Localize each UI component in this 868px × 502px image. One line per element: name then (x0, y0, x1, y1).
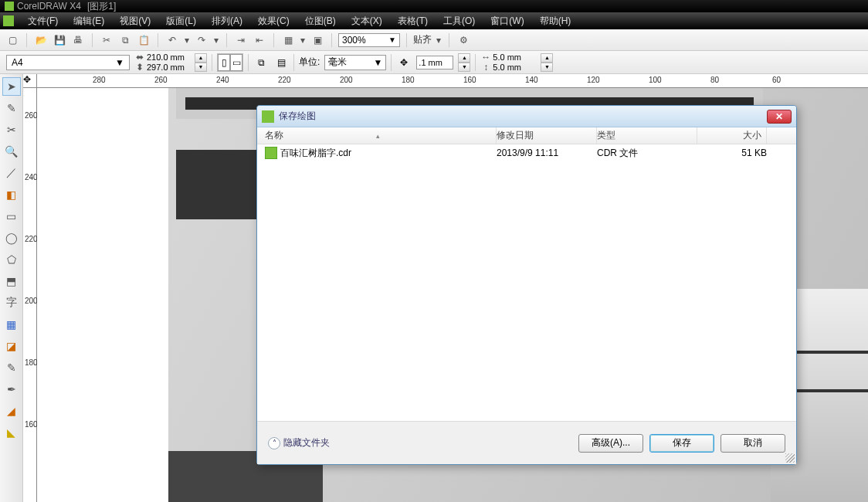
chevron-down-icon: ▼ (373, 57, 382, 68)
column-date[interactable]: 修改日期 (497, 127, 597, 144)
page-width-input[interactable]: 210.0 mm (147, 53, 190, 62)
crop-tool[interactable]: ✂ (2, 120, 21, 139)
copy-button[interactable]: ⧉ (117, 32, 133, 48)
open-button[interactable]: 📂 (33, 32, 49, 48)
zoom-value: 300% (342, 35, 366, 46)
column-type[interactable]: 类型 (597, 127, 697, 144)
save-button[interactable]: 保存 (649, 434, 714, 453)
nudge-icon: ✥ (396, 55, 412, 70)
snap-dropdown[interactable]: ▾ (435, 32, 442, 48)
interactive-fill-tool[interactable]: ◣ (2, 423, 21, 442)
column-size[interactable]: 大小 (697, 127, 767, 144)
redo-button[interactable]: ↷ (194, 32, 209, 48)
page-apply-current-button[interactable]: ▤ (273, 55, 289, 70)
toolbox: ➤ ✎ ✂ 🔍 ／ ◧ ▭ ◯ ⬠ ⬒ 字 ▦ ◪ ✎ ✒ ◢ ◣ (0, 74, 23, 502)
basic-shapes-tool[interactable]: ⬒ (2, 272, 21, 290)
menu-file[interactable]: 文件(F) (20, 13, 66, 29)
menu-window[interactable]: 窗口(W) (483, 13, 531, 29)
advanced-button[interactable]: 高级(A)... (578, 434, 643, 453)
freehand-tool[interactable]: ／ (2, 164, 21, 182)
menu-table[interactable]: 表格(T) (390, 13, 436, 29)
landscape-button[interactable]: ▭ (230, 54, 242, 71)
horizontal-ruler[interactable]: 280 260 240 220 200 180 160 140 120 100 … (23, 74, 868, 88)
outline-tool[interactable]: ✒ (2, 380, 21, 399)
menu-bitmaps[interactable]: 位图(B) (297, 13, 344, 29)
pick-tool[interactable]: ➤ (2, 77, 21, 96)
app-launcher-button[interactable]: ▦ (280, 32, 296, 48)
redo-dropdown[interactable]: ▾ (212, 32, 220, 48)
file-list[interactable]: 百味汇树脂字.cdr 2013/9/9 11:11 CDR 文件 51 KB (257, 144, 796, 419)
cut-button[interactable]: ✂ (99, 32, 114, 48)
export-button[interactable]: ⇤ (252, 32, 267, 48)
file-type: CDR 文件 (597, 147, 697, 160)
rectangle-tool[interactable]: ▭ (2, 207, 21, 226)
print-button[interactable]: 🖶 (70, 32, 86, 48)
menu-text[interactable]: 文本(X) (344, 13, 390, 29)
height-icon: ⬍ (134, 63, 145, 72)
standard-toolbar: ▢ 📂 💾 🖶 ✂ ⧉ 📋 ↶ ▾ ↷ ▾ ⇥ ⇤ ▦ ▾ ▣ 300% ▼ 贴… (0, 29, 868, 51)
property-bar: A4 ▼ ⬌ 210.0 mm ⬍ 297.0 mm ▲▼ ▯ ▭ ⧉ ▤ 单位… (0, 51, 868, 74)
undo-dropdown[interactable]: ▾ (183, 32, 191, 48)
menu-effects[interactable]: 效果(C) (250, 13, 297, 29)
units-value: 毫米 (328, 56, 347, 69)
smart-fill-tool[interactable]: ◧ (2, 185, 21, 204)
menu-layout[interactable]: 版面(L) (158, 13, 204, 29)
new-button[interactable]: ▢ (5, 32, 20, 48)
undo-button[interactable]: ↶ (164, 32, 180, 48)
dialog-title: 保存绘图 (279, 110, 767, 123)
app-launcher-dropdown[interactable]: ▾ (299, 32, 307, 48)
units-combo[interactable]: 毫米 ▼ (324, 55, 386, 70)
dup-y-input[interactable]: 5.0 mm (493, 63, 536, 72)
menu-arrange[interactable]: 排列(A) (204, 13, 250, 29)
save-button[interactable]: 💾 (52, 32, 67, 48)
file-date: 2013/9/9 11:11 (497, 148, 597, 158)
zoom-level-combo[interactable]: 300% ▼ (338, 33, 400, 47)
column-name[interactable]: 名称▴ (265, 127, 497, 144)
menu-edit[interactable]: 编辑(E) (66, 13, 112, 29)
dup-spinner[interactable]: ▲▼ (541, 53, 553, 72)
options-button[interactable]: ⚙ (456, 32, 471, 48)
close-button[interactable]: ✕ (767, 110, 792, 124)
text-tool[interactable]: 字 (2, 293, 21, 312)
menu-help[interactable]: 帮助(H) (532, 13, 579, 29)
app-icon (5, 2, 14, 11)
app-title-bar: CorelDRAW X4 [图形1] (0, 0, 868, 12)
dialog-title-bar[interactable]: 保存绘图 ✕ (257, 106, 796, 127)
page-height-input[interactable]: 297.0 mm (147, 63, 190, 72)
welcome-screen-button[interactable]: ▣ (310, 32, 325, 48)
interactive-blend-tool[interactable]: ◪ (2, 337, 21, 355)
zoom-tool[interactable]: 🔍 (2, 142, 21, 161)
file-row[interactable]: 百味汇树脂字.cdr 2013/9/9 11:11 CDR 文件 51 KB (257, 144, 796, 161)
resize-grip[interactable] (785, 453, 795, 463)
nudge-distance-input[interactable] (416, 56, 453, 70)
menu-view[interactable]: 视图(V) (112, 13, 158, 29)
menu-tools[interactable]: 工具(O) (436, 13, 483, 29)
hide-folders-label: 隐藏文件夹 (283, 436, 330, 449)
cancel-button[interactable]: 取消 (721, 434, 785, 453)
shape-tool[interactable]: ✎ (2, 99, 21, 117)
hide-folders-toggle[interactable]: ˄ 隐藏文件夹 (268, 436, 330, 449)
nudge-spinner[interactable]: ▲▼ (458, 53, 470, 72)
page-apply-all-button[interactable]: ⧉ (253, 55, 269, 70)
eyedropper-tool[interactable]: ✎ (2, 358, 21, 377)
snap-label: 贴齐 (413, 33, 432, 46)
file-list-header: 名称▴ 修改日期 类型 大小 (257, 127, 796, 144)
polygon-tool[interactable]: ⬠ (2, 250, 21, 269)
units-label: 单位: (299, 56, 320, 69)
app-title: CorelDRAW X4 (17, 1, 81, 12)
table-tool[interactable]: ▦ (2, 315, 21, 334)
paper-size-combo[interactable]: A4 ▼ (6, 55, 130, 70)
page-dim-spinner[interactable]: ▲▼ (195, 53, 207, 72)
paste-button[interactable]: 📋 (136, 32, 151, 48)
fill-tool[interactable]: ◢ (2, 402, 21, 420)
chevron-up-icon: ˄ (268, 437, 280, 449)
dup-x-input[interactable]: 5.0 mm (493, 53, 536, 62)
ruler-origin[interactable]: ✥ (23, 74, 37, 88)
ellipse-tool[interactable]: ◯ (2, 229, 21, 247)
vertical-ruler[interactable]: 260 240 220 200 180 160 (23, 88, 37, 502)
document-name: [图形1] (87, 0, 116, 13)
portrait-button[interactable]: ▯ (218, 54, 230, 71)
save-dialog: 保存绘图 ✕ 名称▴ 修改日期 类型 大小 百味汇树脂字.cdr 2013/9/… (256, 105, 797, 465)
page-dimensions: ⬌ 210.0 mm ⬍ 297.0 mm (134, 53, 190, 72)
import-button[interactable]: ⇥ (233, 32, 249, 48)
